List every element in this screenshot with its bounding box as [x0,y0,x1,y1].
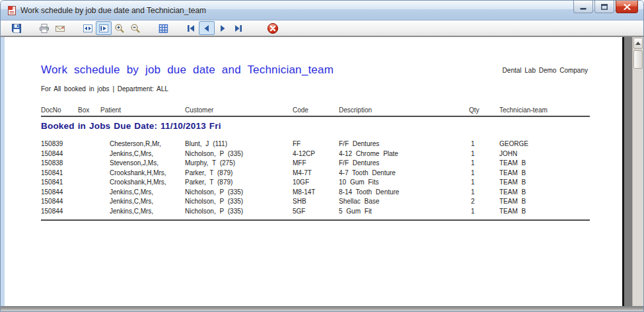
table-cell: M4-7T [293,169,339,178]
table-cell: Jenkins,C,Mrs, [100,149,185,159]
zoom-out-button[interactable] [127,21,143,35]
report-title: Work schedule by job due date and Techni… [41,63,334,77]
table-cell: 5 Gum Fit [339,207,469,217]
column-header-docno: DocNo [41,106,78,114]
window-title: Work schedule by job due date and Techni… [20,6,206,15]
email-icon [55,23,65,34]
column-header-code: Code [293,106,339,114]
table-row: 150844Jenkins,C,Mrs,Nicholson, P (335)M8… [41,188,590,198]
table-cell: Nicholson, P (335) [185,149,293,159]
page-background-gap [624,37,632,306]
table-cell: 4-7 Tooth Denture [339,169,469,178]
first-page-icon [186,23,196,34]
table-cell: Parker, T (879) [185,178,293,188]
save-icon [11,23,22,34]
table-row: 150844Jenkins,C,Mrs,Nicholson, P (335)4-… [41,149,590,159]
fit-width-icon [98,23,109,34]
window-bottom-frame [1,306,643,312]
column-header-qty: Qty [469,106,499,114]
table-cell: M8-14T [293,188,339,198]
table-cell: Crookshank,H,Mrs, [100,178,185,188]
table-cell: 1 [469,188,499,198]
table-cell: 150838 [41,159,78,169]
stop-icon [267,22,279,34]
print-button[interactable] [36,21,52,35]
table-body: 150839Chesterson,R,Mr,Blunt, J (111)FFF/… [41,139,590,216]
table-cell [78,178,100,188]
column-header-customer: Customer [185,106,293,114]
maximize-button[interactable] [594,1,614,13]
table-cell: F/F Dentures [339,139,469,149]
first-page-button[interactable] [183,21,199,35]
table-cell: Blunt, J (111) [185,139,293,149]
table-cell: 2 [469,197,499,207]
last-page-button[interactable] [231,21,246,35]
table-cell: Nicholson, P (335) [185,207,293,217]
table-cell: Crookshank,H,Mrs, [100,169,185,178]
table-cell: TEAM B [499,178,590,188]
column-header-technician-team: Technician-team [499,106,590,114]
table-cell: 150844 [41,149,78,159]
table-cell [78,139,100,149]
table-cell: 1 [469,178,499,188]
zoom-in-button[interactable] [112,21,127,35]
next-page-button[interactable] [215,21,231,35]
table-cell [78,159,100,169]
company-name: Dental Lab Demo Company [503,67,588,74]
table-cell: Murphy, T (275) [185,159,293,169]
table-cell: Jenkins,C,Mrs, [100,188,185,198]
fit-page-icon [83,23,93,34]
fit-page-button[interactable] [80,21,96,35]
table-cell [78,169,100,178]
table-cell: 1 [469,149,499,159]
table-cell: 10GF [293,178,339,188]
minimize-icon [580,4,587,10]
table-cell: 1 [469,159,499,169]
table-cell: Jenkins,C,Mrs, [100,197,185,207]
table-header-row: DocNo Box Patient Customer Code Descript… [41,106,590,114]
previous-page-icon [201,23,212,34]
titlebar: Work schedule by job due date and Techni… [1,1,643,20]
close-button[interactable] [616,1,638,13]
zoom-in-icon [114,23,125,34]
table-row: 150844Jenkins,C,Mrs,Nicholson, P (335)5G… [41,207,590,217]
minimize-button[interactable] [573,1,593,13]
maximize-icon [601,4,608,10]
table-cell [78,149,100,159]
grid-button[interactable] [155,21,171,35]
report-app-icon [7,5,17,16]
table-cell: 150839 [41,139,78,149]
table-cell: SHB [293,197,339,207]
stop-button[interactable] [265,21,281,35]
table-cell: 1 [469,169,499,178]
footer-rule [41,219,590,221]
table-cell: JOHN [499,149,590,159]
table-cell: 4-12CP [293,149,339,159]
table-cell: TEAM B [499,169,590,178]
table-cell: 10 Gum Fits [339,178,469,188]
print-icon [39,23,50,34]
previous-page-button[interactable] [199,21,215,35]
column-header-description: Description [339,106,469,114]
table-cell: Nicholson, P (335) [185,188,293,198]
table-cell: 150844 [41,197,78,207]
table-row: 150841Crookshank,H,Mrs,Parker, T (879)M4… [41,169,590,178]
scroll-up-icon [635,42,641,45]
table-cell: 150841 [41,178,78,188]
table-cell: MFF [293,159,339,169]
save-button[interactable] [9,21,24,35]
table-cell: GEORGE [499,139,590,149]
email-button[interactable] [52,21,68,35]
table-cell: 5GF [293,207,339,217]
vertical-scrollbar[interactable] [632,37,643,306]
table-cell [78,188,100,198]
grid-icon [158,23,168,34]
fit-width-button[interactable] [96,21,112,35]
table-cell: 8-14 Tooth Denture [339,188,469,198]
table-cell: 1 [469,207,499,217]
table-cell: FF [293,139,339,149]
report-filter-line: For All booked in jobs | Department: ALL [41,85,168,93]
scroll-up-button[interactable] [633,38,643,49]
table-cell [78,197,100,207]
scrollbar-thumb[interactable] [633,50,643,69]
